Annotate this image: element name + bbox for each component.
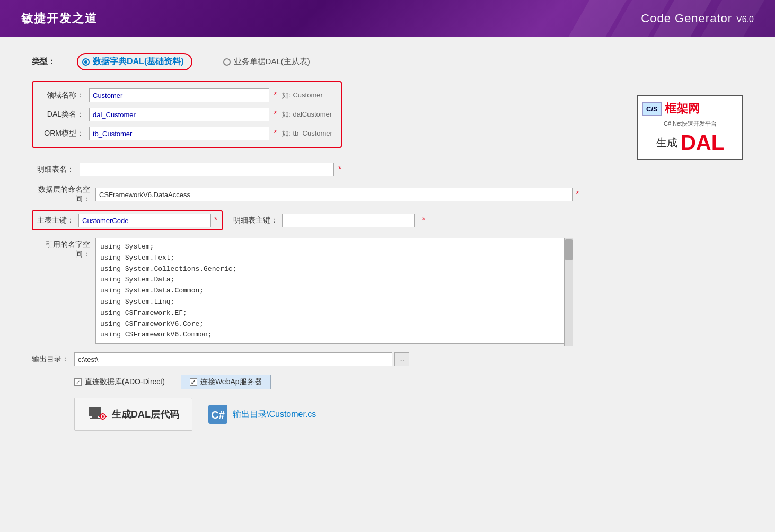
direct-db-checkbox-item[interactable]: ✓ 直连数据库(ADO-Direct) bbox=[74, 377, 165, 387]
main-key-required: * bbox=[214, 216, 217, 225]
output-link[interactable]: C# 输出目录\Customer.cs bbox=[208, 405, 316, 424]
gear-icon bbox=[87, 405, 107, 424]
orm-required: * bbox=[274, 129, 277, 138]
main-content: www.cssc.net 开发框架网 C/S 框架网 C#.Net快速开发平台 … bbox=[0, 37, 775, 532]
using-ns-row: 引用的名字空间： using System; using System.Text… bbox=[32, 238, 743, 346]
generate-label: 生成DAL层代码 bbox=[112, 408, 179, 421]
direct-db-label: 直连数据库(ADO-Direct) bbox=[85, 377, 165, 387]
webapi-checkbox[interactable]: ✓ bbox=[190, 378, 197, 386]
output-link-label: 输出目录\Customer.cs bbox=[233, 409, 316, 420]
header: 敏捷开发之道 Code Generator V6.0 bbox=[0, 0, 775, 37]
radio-filled-icon bbox=[82, 58, 90, 66]
framework-title: 框架网 bbox=[665, 101, 700, 117]
textarea-scrollbar[interactable] bbox=[564, 238, 573, 346]
orm-row: ORM模型： * 如: tb_Customer bbox=[41, 127, 332, 140]
csharp-icon: C# bbox=[208, 405, 227, 424]
detail-key-input[interactable] bbox=[282, 214, 415, 227]
main-key-label: 主表主键： bbox=[37, 216, 78, 225]
domain-row: 领域名称： * 如: Customer bbox=[41, 88, 332, 102]
svg-marker-0 bbox=[568, 0, 627, 37]
output-dir-browse-button[interactable]: ... bbox=[394, 352, 409, 366]
domain-label: 领域名称： bbox=[41, 91, 89, 100]
namespace-input[interactable] bbox=[95, 188, 573, 201]
direct-db-checkbox[interactable]: ✓ bbox=[74, 378, 82, 386]
domain-hint: 如: Customer bbox=[282, 91, 323, 100]
namespace-label: 数据层的命名空间： bbox=[32, 185, 95, 204]
orm-label: ORM模型： bbox=[41, 129, 89, 138]
type-option-2-label: 业务单据DAL(主从表) bbox=[234, 57, 310, 67]
svg-marker-3 bbox=[701, 0, 764, 37]
dal-badge: 生成 DAL bbox=[642, 131, 738, 155]
logo-top: C/S 框架网 bbox=[642, 101, 738, 117]
svg-text:C#: C# bbox=[211, 409, 225, 421]
header-logo: 敏捷开发之道 bbox=[21, 11, 98, 26]
header-title: Code Generator bbox=[641, 12, 732, 25]
svg-rect-6 bbox=[90, 418, 100, 419]
header-version: V6.0 bbox=[736, 15, 754, 24]
output-dir-input[interactable] bbox=[74, 352, 392, 366]
domain-form-section: 领域名称： * 如: Customer DAL类名： * 如: dalCusto… bbox=[32, 81, 342, 148]
detail-label: 明细表名： bbox=[32, 165, 80, 174]
dal-row: DAL类名： * 如: dalCustomer bbox=[41, 108, 332, 121]
type-label: 类型： bbox=[32, 57, 56, 67]
domain-required: * bbox=[274, 91, 277, 100]
logo-box: C/S 框架网 C#.Net快速开发平台 生成 DAL bbox=[637, 95, 743, 160]
svg-marker-1 bbox=[611, 0, 669, 37]
checkbox-row: ✓ 直连数据库(ADO-Direct) ✓ 连接WebAp服务器 bbox=[32, 375, 743, 389]
detail-row: 明细表名： * bbox=[32, 163, 743, 176]
namespace-row: 数据层的命名空间： * bbox=[32, 185, 743, 204]
detail-key-section: 明细表主键： * bbox=[233, 214, 425, 227]
type-option-1-label: 数据字典DAL(基础资料) bbox=[93, 56, 184, 67]
output-dir-label: 输出目录： bbox=[32, 354, 74, 364]
main-key-input[interactable] bbox=[78, 214, 211, 227]
detail-key-label: 明细表主键： bbox=[233, 216, 278, 225]
orm-hint: 如: tb_Customer bbox=[282, 129, 332, 138]
detail-input[interactable] bbox=[80, 163, 334, 176]
svg-marker-2 bbox=[653, 0, 711, 37]
main-key-section: 主表主键： * bbox=[32, 210, 223, 230]
using-ns-wrapper: using System; using System.Text; using S… bbox=[95, 238, 573, 346]
cs-badge: C/S bbox=[642, 102, 662, 116]
namespace-required: * bbox=[576, 190, 579, 199]
header-title-group: Code Generator V6.0 bbox=[641, 12, 754, 25]
detail-required: * bbox=[338, 165, 341, 174]
scrollbar-thumb bbox=[565, 239, 573, 260]
detail-key-required: * bbox=[422, 216, 425, 225]
action-row: 生成DAL层代码 C# 输出目录\Customer.cs bbox=[32, 398, 743, 431]
dal-label: DAL bbox=[681, 131, 724, 155]
svg-rect-4 bbox=[89, 407, 101, 416]
generate-button[interactable]: 生成DAL层代码 bbox=[74, 398, 192, 431]
domain-input[interactable] bbox=[89, 88, 269, 102]
dal-label: DAL类名： bbox=[41, 110, 89, 119]
type-option-2[interactable]: 业务单据DAL(主从表) bbox=[219, 55, 314, 69]
orm-input[interactable] bbox=[89, 127, 269, 140]
svg-point-8 bbox=[102, 415, 104, 418]
type-option-1[interactable]: 数据字典DAL(基础资料) bbox=[77, 53, 192, 70]
type-selector-row: 类型： 数据字典DAL(基础资料) 业务单据DAL(主从表) bbox=[32, 53, 743, 70]
svg-rect-5 bbox=[92, 416, 98, 418]
radio-empty-icon bbox=[223, 58, 231, 66]
output-dir-row: 输出目录： ... bbox=[32, 352, 743, 366]
dal-input[interactable] bbox=[89, 108, 269, 121]
using-ns-textarea[interactable]: using System; using System.Text; using S… bbox=[95, 238, 573, 344]
using-ns-label: 引用的名字空间： bbox=[32, 238, 95, 259]
primary-key-row: 主表主键： * 明细表主键： * bbox=[32, 210, 743, 230]
generate-label: 生成 bbox=[656, 136, 677, 150]
webapi-label: 连接WebAp服务器 bbox=[200, 377, 262, 387]
webapi-button[interactable]: ✓ 连接WebAp服务器 bbox=[181, 375, 271, 389]
dal-required: * bbox=[274, 110, 277, 119]
logo-subtitle: C#.Net快速开发平台 bbox=[642, 120, 738, 128]
dal-hint: 如: dalCustomer bbox=[282, 110, 332, 119]
